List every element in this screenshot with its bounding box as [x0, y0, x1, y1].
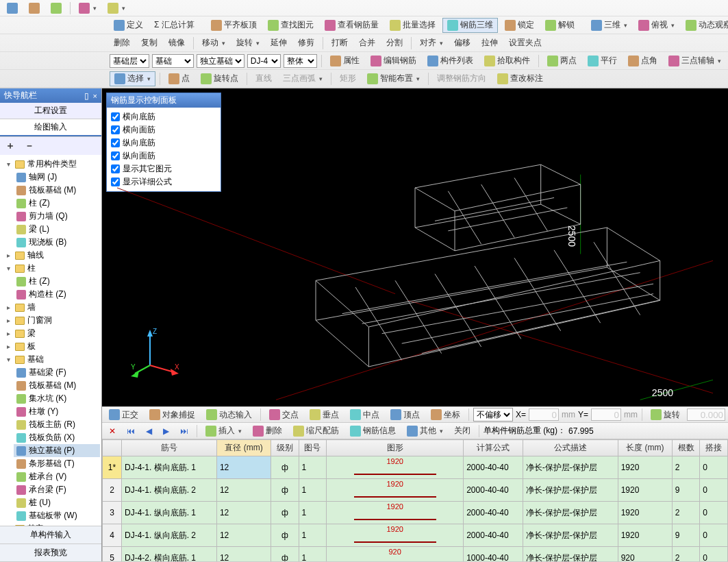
rect-button[interactable]: 矩形: [336, 71, 360, 86]
cell-level[interactable]: ф: [271, 547, 299, 562]
info-button[interactable]: 钢筋信息: [346, 424, 400, 439]
th-formula[interactable]: 计算公式: [464, 440, 523, 456]
stretch-button[interactable]: 拉伸: [477, 36, 502, 51]
plan-button[interactable]: 俯视: [634, 18, 679, 33]
tree-item[interactable]: 柱 (Z): [14, 275, 100, 288]
th-diameter[interactable]: 直径 (mm): [216, 440, 271, 456]
cell-level[interactable]: ф: [271, 502, 299, 524]
snap-button[interactable]: 对象捕捉: [145, 407, 199, 422]
table-row[interactable]: 1*DJ-4-1. 横向底筋. 112ф119202000-40-40净长-保护…: [102, 456, 727, 479]
row-num[interactable]: 3: [102, 502, 121, 524]
3d-button[interactable]: 三维: [587, 18, 631, 33]
property-button[interactable]: 属性: [326, 53, 364, 69]
tree-item[interactable]: 基础板带 (W): [14, 509, 100, 522]
tree-item[interactable]: 柱 (Z): [14, 197, 100, 210]
rotate-button[interactable]: 旋转: [232, 36, 264, 51]
cell-length[interactable]: 1920: [618, 456, 672, 479]
delete-row-button[interactable]: 删除: [249, 424, 286, 439]
top-button[interactable]: 顶点: [386, 407, 424, 422]
type-select[interactable]: 独立基础: [197, 54, 244, 68]
tree-item[interactable]: 筏板基础 (M): [14, 184, 100, 197]
close-rebar-button[interactable]: 关闭: [450, 424, 475, 439]
move-button[interactable]: 移动: [198, 36, 229, 51]
rotpoint-button[interactable]: 旋转点: [197, 71, 242, 86]
relabel-button[interactable]: 查改标注: [493, 71, 547, 86]
tree-column[interactable]: ▾柱: [1, 262, 100, 275]
th-count[interactable]: 根数: [672, 440, 700, 456]
cell-lap[interactable]: 0: [700, 547, 728, 562]
cell-level[interactable]: ф: [271, 456, 299, 479]
cell-desc[interactable]: 净长-保护层-保护层: [523, 456, 618, 479]
cell-graph[interactable]: 1920: [327, 502, 464, 524]
cell-lap[interactable]: 0: [700, 456, 728, 479]
cell-count[interactable]: 9: [672, 524, 700, 547]
rebarview-button[interactable]: 查看钢筋量: [321, 18, 383, 33]
cell-tag[interactable]: 1: [299, 524, 327, 547]
cell-formula[interactable]: 2000-40-40: [464, 456, 523, 479]
smartplace-button[interactable]: 智能布置: [363, 71, 424, 86]
adjustdir-button[interactable]: 调整钢筋方向: [433, 71, 490, 86]
cell-formula[interactable]: 2000-40-40: [464, 502, 523, 524]
open-icon[interactable]: [25, 1, 44, 16]
row-num[interactable]: 4: [102, 524, 121, 547]
cell-diameter[interactable]: 12: [216, 502, 271, 524]
cross-button[interactable]: 交点: [265, 407, 303, 422]
cell-count[interactable]: 9: [672, 479, 700, 502]
copy-button[interactable]: 复制: [137, 36, 162, 51]
rebar-table[interactable]: 筋号 直径 (mm) 级别 图号 图形 计算公式 公式描述 长度 (mm) 根数…: [102, 439, 728, 561]
align-button[interactable]: 对齐: [416, 36, 447, 51]
th-desc[interactable]: 公式描述: [523, 440, 618, 456]
offset-button[interactable]: 偏移: [450, 36, 475, 51]
setpin-button[interactable]: 设置夹点: [505, 36, 546, 51]
cell-formula[interactable]: 2000-40-40: [464, 479, 523, 502]
cell-name[interactable]: DJ-4-1. 横向底筋. 2: [121, 479, 216, 502]
threept-button[interactable]: 三点辅轴: [664, 53, 725, 69]
delete-button[interactable]: 删除: [110, 36, 134, 51]
insert-button[interactable]: 插入: [201, 424, 246, 439]
cell-tag[interactable]: 1: [299, 479, 327, 502]
cell-tag[interactable]: 1: [299, 456, 327, 479]
tree-item[interactable]: 承台梁 (F): [14, 483, 100, 496]
cell-length[interactable]: 1920: [618, 524, 672, 547]
cell-graph[interactable]: 1920: [327, 479, 464, 502]
th-tag[interactable]: 图号: [299, 440, 327, 456]
th-graph[interactable]: 图形: [327, 440, 464, 456]
parallel-button[interactable]: 平行: [583, 53, 621, 69]
break-button[interactable]: 打断: [327, 36, 352, 51]
th-lap[interactable]: 搭接: [700, 440, 728, 456]
extend-button[interactable]: 延伸: [266, 36, 291, 51]
tree-collapse-icon[interactable]: －: [21, 138, 38, 154]
tree-opening[interactable]: ▸门窗洞: [1, 314, 100, 327]
tree-item[interactable]: 剪力墙 (Q): [14, 210, 100, 223]
tree-wall[interactable]: ▸墙: [1, 301, 100, 314]
split-button[interactable]: 分割: [382, 36, 407, 51]
tree-item[interactable]: 梁 (L): [14, 223, 100, 236]
cell-length[interactable]: 920: [618, 547, 672, 562]
batch-button[interactable]: 批量选择: [386, 18, 440, 33]
row-num[interactable]: 2: [102, 479, 121, 502]
cell-lap[interactable]: 0: [700, 502, 728, 524]
y-input[interactable]: [591, 408, 621, 421]
scale-button[interactable]: 缩尺配筋: [289, 424, 343, 439]
pin-icon[interactable]: ▯: [84, 91, 89, 101]
cell-length[interactable]: 1920: [618, 502, 672, 524]
whole-select[interactable]: 整体: [284, 54, 317, 68]
editrebar-button[interactable]: 编辑钢筋: [366, 53, 421, 69]
floor-select[interactable]: 基础层: [110, 54, 149, 68]
dyninput-button[interactable]: 动态输入: [202, 407, 256, 422]
cell-diameter[interactable]: 12: [216, 547, 271, 562]
cell-graph[interactable]: 920: [327, 547, 464, 562]
tree-item-isolated-foundation[interactable]: 独立基础 (P): [14, 444, 100, 457]
cell-tag[interactable]: 1: [299, 547, 327, 562]
cell-count[interactable]: 2: [672, 502, 700, 524]
last-icon[interactable]: ⏭: [176, 424, 192, 439]
tree-item[interactable]: 柱墩 (Y): [14, 405, 100, 418]
cell-diameter[interactable]: 12: [216, 456, 271, 479]
cell-count[interactable]: 2: [672, 547, 700, 562]
cell-level[interactable]: ф: [271, 524, 299, 547]
member-select[interactable]: DJ-4: [247, 54, 281, 68]
cell-name[interactable]: DJ-4-1. 纵向底筋. 1: [121, 502, 216, 524]
cell-tag[interactable]: 1: [299, 502, 327, 524]
dynview-button[interactable]: 动态观察: [681, 18, 728, 33]
rebar3d-button[interactable]: 钢筋三维: [442, 18, 498, 33]
